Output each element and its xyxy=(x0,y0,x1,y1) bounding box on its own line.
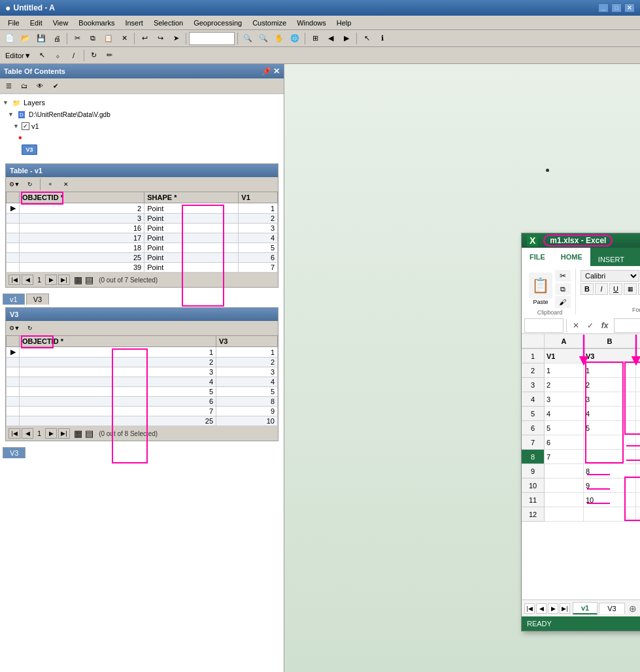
sheet-nav-next-btn[interactable]: ▶ xyxy=(548,603,558,614)
table-row[interactable]: 39 Point 7 xyxy=(7,263,278,273)
table-row[interactable]: 6 8 xyxy=(7,397,278,407)
nav-last-btn[interactable]: ▶| xyxy=(58,275,70,285)
cell-c6[interactable] xyxy=(636,421,640,435)
th-v3-objectid[interactable]: OBJECTID * xyxy=(20,336,216,347)
sheet-nav-first-btn[interactable]: |◀ xyxy=(524,603,535,614)
table-row[interactable]: ▶ 2 Point 1 xyxy=(7,203,278,214)
name-box[interactable]: E8 xyxy=(524,318,564,333)
cell-a6[interactable]: 5 xyxy=(545,421,584,435)
cut-btn-xl[interactable]: ✂ xyxy=(555,270,571,282)
menu-edit[interactable]: Edit xyxy=(25,18,48,28)
cell-c11[interactable] xyxy=(636,493,640,507)
tree-v1-item[interactable]: ▼ ✓ v1 xyxy=(13,120,281,132)
cell-a9[interactable] xyxy=(545,464,584,479)
cell-b4[interactable]: 3 xyxy=(584,392,636,407)
table-row[interactable]: 18 Point 5 xyxy=(7,243,278,253)
cell-c5[interactable] xyxy=(636,407,640,421)
row-header-2[interactable]: 2 xyxy=(522,363,545,378)
cell-a11[interactable] xyxy=(545,493,584,507)
redo-btn[interactable]: ↪ xyxy=(153,31,167,46)
cell-c8[interactable] xyxy=(636,450,640,464)
nav3-first-btn[interactable]: |◀ xyxy=(8,428,20,439)
cell-b1[interactable]: V3 xyxy=(584,349,636,363)
title-controls[interactable]: _ □ ✕ xyxy=(598,3,635,12)
tv3-refresh-btn[interactable]: ↻ xyxy=(23,321,37,335)
nav-first-btn[interactable]: |◀ xyxy=(8,275,20,285)
row-header-4[interactable]: 4 xyxy=(522,392,545,407)
font-name-select[interactable]: Calibri xyxy=(581,270,639,282)
nav3-last-btn[interactable]: ▶| xyxy=(58,428,70,439)
extent-btn[interactable]: ⊞ xyxy=(308,31,322,46)
print-btn[interactable]: 🖨 xyxy=(50,31,64,46)
forward-btn[interactable]: ▶ xyxy=(339,31,354,46)
table-row[interactable]: 25 10 xyxy=(7,416,278,426)
toc-visibility-btn[interactable]: 👁 xyxy=(33,79,47,93)
scale-input[interactable]: 1:26.55 xyxy=(189,32,235,45)
cell-b2[interactable]: 1 xyxy=(584,363,636,378)
cell-a12[interactable] xyxy=(545,507,584,522)
tv1-options-btn[interactable]: ⚙▼ xyxy=(7,177,22,192)
zoom-in-btn[interactable]: 🔍 xyxy=(241,31,255,46)
table-row[interactable]: 4 4 xyxy=(7,377,278,387)
ribbon-tab-file[interactable]: FILE xyxy=(522,248,553,266)
sheet-tab-v1[interactable]: v1 xyxy=(573,602,598,614)
toc-source-btn[interactable]: 🗂 xyxy=(17,79,31,93)
ribbon-tab-home[interactable]: HOME xyxy=(553,248,590,266)
cell-b3[interactable]: 2 xyxy=(584,378,636,392)
cell-a1[interactable]: V1 xyxy=(545,349,584,363)
menu-customize[interactable]: Customize xyxy=(247,18,292,28)
sheet-nav-prev-btn[interactable]: ◀ xyxy=(536,603,547,614)
cell-c10[interactable] xyxy=(636,479,640,493)
reshape-btn[interactable]: / xyxy=(67,48,81,63)
toc-list-btn[interactable]: ☰ xyxy=(1,79,16,93)
tab-v3[interactable]: V3 xyxy=(26,294,49,305)
table-row[interactable]: 2 2 xyxy=(7,358,278,367)
ribbon-tab-pagelayout[interactable]: PAGE LAYOUT xyxy=(632,253,640,266)
rotate-btn[interactable]: ↻ xyxy=(87,48,101,63)
row-header-6[interactable]: 6 xyxy=(522,421,545,435)
menu-windows[interactable]: Windows xyxy=(292,18,331,28)
table-row[interactable]: ▶ 1 1 xyxy=(7,347,278,358)
new-btn[interactable]: 📄 xyxy=(3,31,17,46)
menu-selection[interactable]: Selection xyxy=(148,18,188,28)
toc-pin[interactable]: 📌 ✕ xyxy=(261,67,280,76)
ribbon-tab-insert[interactable]: INSERT xyxy=(590,253,632,266)
th-v3-v3[interactable]: V3 xyxy=(216,336,278,347)
row-header-1[interactable]: 1 xyxy=(522,349,545,363)
cell-b11[interactable]: 10 xyxy=(584,493,636,507)
cell-b10[interactable]: 9 xyxy=(584,479,636,493)
tree-expand-layers[interactable]: ▼ 📁 Layers xyxy=(3,97,281,109)
cut-btn[interactable]: ✂ xyxy=(70,31,84,46)
cell-c2[interactable] xyxy=(636,363,640,378)
table-select-btn[interactable]: ▤ xyxy=(85,275,93,285)
tree-v3-item[interactable]: V3 xyxy=(13,144,281,156)
tv1-refresh-btn[interactable]: ↻ xyxy=(23,177,37,192)
menu-view[interactable]: View xyxy=(48,18,74,28)
table-row[interactable]: 3 Point 2 xyxy=(7,214,278,224)
tv3-options-btn[interactable]: ⚙▼ xyxy=(7,321,22,335)
save-btn[interactable]: 💾 xyxy=(34,31,48,46)
table3-view-btn[interactable]: ▦ xyxy=(74,428,82,439)
paste-btn-xl[interactable]: 📋 xyxy=(529,273,552,299)
cell-a10[interactable] xyxy=(545,479,584,493)
globe-btn[interactable]: 🌐 xyxy=(288,31,302,46)
row-header-10[interactable]: 10 xyxy=(522,479,545,493)
cell-b8[interactable] xyxy=(584,450,636,464)
col-header-b[interactable]: B xyxy=(584,334,636,348)
open-btn[interactable]: 📂 xyxy=(18,31,33,46)
tab-v1[interactable]: v1 xyxy=(3,294,25,305)
tv1-del-btn[interactable]: ✕ xyxy=(59,177,73,192)
menu-geoprocessing[interactable]: Geoprocessing xyxy=(188,18,247,28)
tab-v3-bottom[interactable]: V3 xyxy=(3,447,25,458)
table-row[interactable]: 7 9 xyxy=(7,407,278,416)
table-row[interactable]: 16 Point 3 xyxy=(7,224,278,233)
row-header-7[interactable]: 7 xyxy=(522,435,545,450)
cell-b7[interactable] xyxy=(584,435,636,450)
minimize-btn[interactable]: _ xyxy=(598,3,609,12)
table-row[interactable]: 17 Point 4 xyxy=(7,233,278,243)
row-header-11[interactable]: 11 xyxy=(522,493,545,507)
italic-btn[interactable]: I xyxy=(595,283,608,295)
table3-select-btn[interactable]: ▤ xyxy=(85,428,93,439)
sheet-tab-v3[interactable]: V3 xyxy=(599,603,624,614)
menu-file[interactable]: File xyxy=(3,18,25,28)
